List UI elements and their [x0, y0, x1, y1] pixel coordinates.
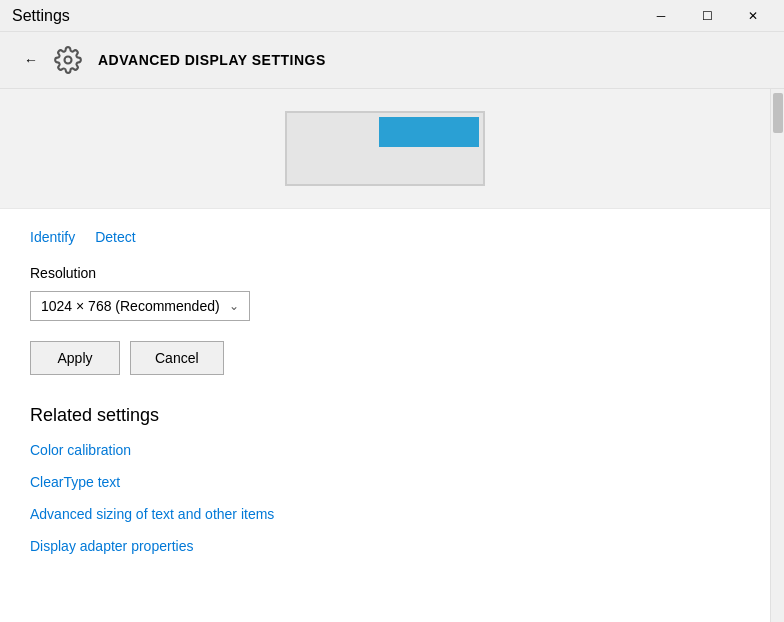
title-bar-text: Settings	[12, 7, 70, 25]
main-content: Identify Detect Resolution 1024 × 768 (R…	[0, 89, 784, 622]
button-row: Apply Cancel	[30, 341, 740, 375]
related-settings-title: Related settings	[30, 405, 740, 426]
monitor-box	[285, 111, 485, 186]
settings-icon	[54, 46, 82, 74]
content-area: Identify Detect Resolution 1024 × 768 (R…	[0, 89, 770, 622]
maximize-button[interactable]: ☐	[684, 0, 730, 32]
resolution-label: Resolution	[30, 265, 740, 281]
dropdown-arrow-icon: ⌄	[229, 299, 239, 313]
settings-body: Identify Detect Resolution 1024 × 768 (R…	[0, 209, 770, 590]
title-bar-controls: ─ ☐ ✕	[638, 0, 776, 32]
back-button[interactable]: ←	[24, 52, 38, 68]
close-button[interactable]: ✕	[730, 0, 776, 32]
identify-link[interactable]: Identify	[30, 229, 75, 245]
resolution-value: 1024 × 768 (Recommended)	[41, 298, 220, 314]
title-bar: Settings ─ ☐ ✕	[0, 0, 784, 32]
monitor-highlight	[379, 117, 479, 147]
page-title: ADVANCED DISPLAY SETTINGS	[98, 52, 326, 68]
display-adapter-link[interactable]: Display adapter properties	[30, 538, 740, 554]
advanced-sizing-link[interactable]: Advanced sizing of text and other items	[30, 506, 740, 522]
cancel-button[interactable]: Cancel	[130, 341, 224, 375]
scrollbar-thumb[interactable]	[773, 93, 783, 133]
svg-point-0	[65, 57, 72, 64]
color-calibration-link[interactable]: Color calibration	[30, 442, 740, 458]
resolution-dropdown[interactable]: 1024 × 768 (Recommended) ⌄	[30, 291, 250, 321]
link-group: Identify Detect	[30, 229, 740, 245]
monitor-preview-area	[0, 89, 770, 209]
apply-button[interactable]: Apply	[30, 341, 120, 375]
detect-link[interactable]: Detect	[95, 229, 135, 245]
minimize-button[interactable]: ─	[638, 0, 684, 32]
scrollbar[interactable]	[770, 89, 784, 622]
header: ← ADVANCED DISPLAY SETTINGS	[0, 32, 784, 89]
cleartype-text-link[interactable]: ClearType text	[30, 474, 740, 490]
